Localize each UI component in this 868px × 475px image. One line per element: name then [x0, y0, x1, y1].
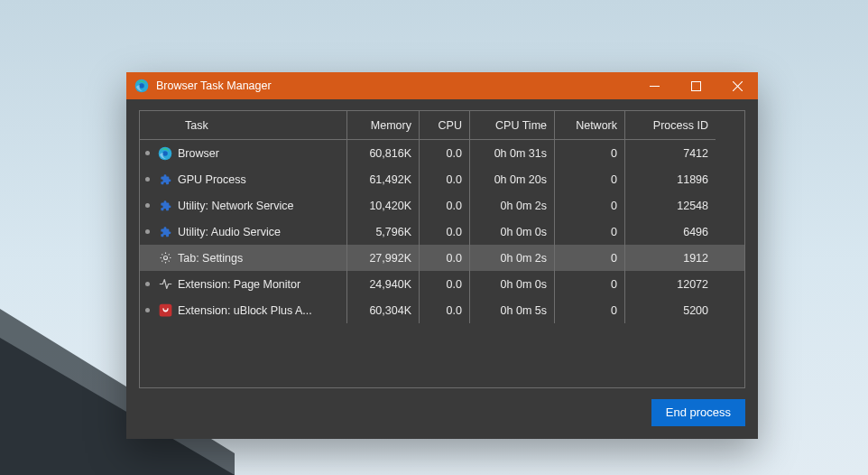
task-manager-window: Browser Task Manager Task Memory CPU CPU… [126, 72, 758, 439]
activity-icon [154, 271, 176, 297]
svg-point-6 [163, 256, 167, 260]
cell-memory: 10,420K [347, 192, 420, 219]
cell-task: Browser [176, 140, 347, 166]
cell-pid: 12548 [625, 192, 716, 219]
cell-cpu-time: 0h 0m 0s [470, 271, 555, 297]
cell-network: 0 [555, 271, 625, 297]
col-network[interactable]: Network [555, 111, 625, 140]
cell-network: 0 [555, 192, 625, 219]
table-header-row: Task Memory CPU CPU Time Network Process… [140, 111, 744, 140]
app-icon [134, 78, 150, 94]
puzzle-icon [154, 192, 176, 219]
cell-memory: 60,816K [347, 140, 420, 166]
cell-pid: 6496 [625, 219, 716, 245]
expand-bullet [140, 271, 154, 297]
cell-cpu: 0.0 [420, 297, 470, 323]
cell-task: Extension: Page Monitor [176, 271, 347, 297]
cell-cpu: 0.0 [420, 192, 470, 219]
cell-task: Extension: uBlock Plus A... [176, 297, 347, 323]
table-row[interactable]: Utility: Audio Service5,796K0.00h 0m 0s0… [140, 219, 744, 245]
cell-network: 0 [555, 140, 625, 166]
table-row[interactable]: Tab: Settings27,992K0.00h 0m 2s01912 [140, 245, 744, 271]
cell-task: GPU Process [176, 166, 347, 192]
titlebar[interactable]: Browser Task Manager [126, 72, 758, 99]
cell-cpu-time: 0h 0m 5s [470, 297, 555, 323]
cell-task: Utility: Audio Service [176, 219, 347, 245]
cell-pid: 7412 [625, 140, 716, 166]
expand-bullet [140, 140, 154, 166]
close-button[interactable] [716, 72, 758, 99]
col-process-id[interactable]: Process ID [625, 111, 716, 140]
end-process-button[interactable]: End process [651, 399, 745, 426]
cell-network: 0 [555, 297, 625, 323]
svg-point-1 [139, 83, 144, 88]
cell-cpu: 0.0 [420, 140, 470, 166]
col-memory[interactable]: Memory [347, 111, 420, 140]
cell-task: Tab: Settings [176, 245, 347, 271]
cell-pid: 1912 [625, 245, 716, 271]
cell-task: Utility: Network Service [176, 192, 347, 219]
col-cpu[interactable]: CPU [420, 111, 470, 140]
cell-pid: 5200 [625, 297, 716, 323]
cell-memory: 60,304K [347, 297, 420, 323]
table-row[interactable]: Extension: Page Monitor24,940K0.00h 0m 0… [140, 271, 744, 297]
ublock-icon [154, 297, 176, 323]
table-row[interactable]: Utility: Network Service10,420K0.00h 0m … [140, 192, 744, 219]
cell-memory: 61,492K [347, 166, 420, 192]
table-row[interactable]: GPU Process61,492K0.00h 0m 20s011896 [140, 166, 744, 192]
expand-bullet [140, 219, 154, 245]
cell-cpu: 0.0 [420, 245, 470, 271]
svg-point-5 [162, 151, 168, 156]
minimize-button[interactable] [633, 72, 675, 99]
cell-cpu: 0.0 [420, 166, 470, 192]
table-row[interactable]: Browser60,816K0.00h 0m 31s07412 [140, 140, 744, 166]
expand-bullet [140, 245, 154, 271]
gear-icon [154, 245, 176, 271]
cell-cpu-time: 0h 0m 0s [470, 219, 555, 245]
cell-memory: 24,940K [347, 271, 420, 297]
cell-cpu-time: 0h 0m 2s [470, 192, 555, 219]
expand-bullet [140, 297, 154, 323]
cell-memory: 5,796K [347, 219, 420, 245]
window-title: Browser Task Manager [156, 79, 272, 92]
cell-cpu: 0.0 [420, 219, 470, 245]
cell-network: 0 [555, 245, 625, 271]
table-row[interactable]: Extension: uBlock Plus A...60,304K0.00h … [140, 297, 744, 323]
maximize-button[interactable] [675, 72, 716, 99]
cell-network: 0 [555, 219, 625, 245]
edge-icon [154, 140, 176, 166]
cell-pid: 11896 [625, 166, 716, 192]
expand-bullet [140, 166, 154, 192]
cell-cpu-time: 0h 0m 20s [470, 166, 555, 192]
puzzle-icon [154, 219, 176, 245]
puzzle-icon [154, 166, 176, 192]
cell-pid: 12072 [625, 271, 716, 297]
cell-cpu-time: 0h 0m 2s [470, 245, 555, 271]
cell-cpu: 0.0 [420, 271, 470, 297]
expand-bullet [140, 192, 154, 219]
svg-rect-2 [650, 86, 660, 87]
col-task[interactable]: Task [176, 111, 347, 140]
cell-network: 0 [555, 166, 625, 192]
col-cpu-time[interactable]: CPU Time [470, 111, 555, 140]
svg-rect-3 [691, 81, 700, 90]
cell-memory: 27,992K [347, 245, 420, 271]
cell-cpu-time: 0h 0m 31s [470, 140, 555, 166]
process-table: Task Memory CPU CPU Time Network Process… [139, 110, 745, 388]
